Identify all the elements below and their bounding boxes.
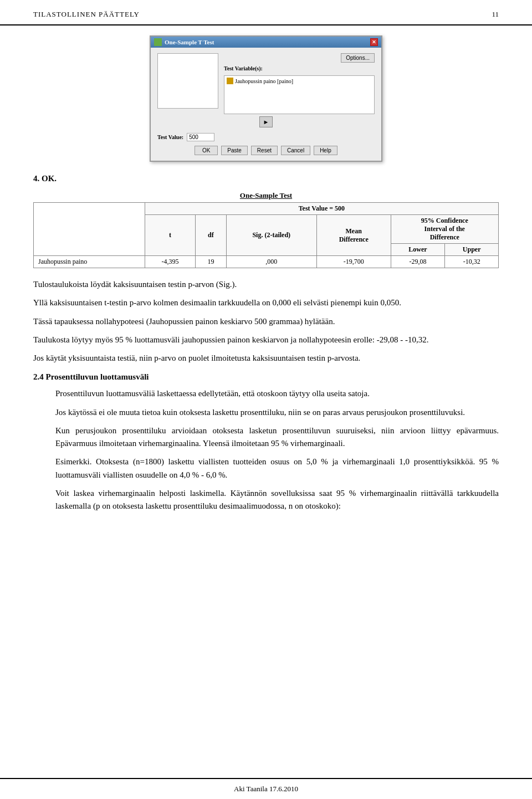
page-number: 11 — [492, 10, 499, 19]
table-row: Jauhopussin paino -4,395 19 ,000 -19,700… — [34, 256, 499, 268]
paragraph-5: Jos käytät yksisuuntaista testiä, niin p… — [33, 352, 499, 365]
paragraph-2: Yllä kaksisuuntaisen t-testin p-arvo kol… — [33, 296, 499, 309]
cell-lower: -29,08 — [391, 256, 445, 268]
cell-sig: ,000 — [226, 256, 316, 268]
col-sig: Sig. (2-tailed) — [226, 215, 316, 256]
col-confidence: 95% ConfidenceInterval of theDifference — [391, 215, 498, 244]
test-variables-listbox[interactable]: Jauhopussin paino [paino] — [224, 75, 375, 114]
col-df: df — [196, 215, 226, 256]
test-value-input[interactable] — [187, 133, 214, 141]
paragraph-9: Esimerkki. Otoksesta (n=1800) laskettu v… — [55, 455, 499, 482]
section-number: 2.4 — [33, 372, 46, 381]
reset-button[interactable]: Reset — [251, 146, 278, 155]
spss-icon — [154, 38, 162, 46]
stats-table-wrap: One-Sample Test Test Value = 500 t df Si… — [33, 191, 499, 268]
paragraph-3: Tässä tapauksessa nollahypoteesi (Jauhop… — [33, 315, 499, 328]
dialog-body: Options... Test Variable(s): Jauhopussin… — [151, 48, 381, 161]
variables-list-panel — [157, 53, 218, 109]
footer-text: Aki Taanila 17.6.2010 — [234, 785, 298, 793]
variable-label: Jauhopussin paino [paino] — [235, 78, 293, 84]
dialog-container: One-Sample T Test ✕ Options... Test Vari… — [33, 35, 499, 162]
stats-table: Test Value = 500 t df Sig. (2-tailed) Me… — [33, 202, 499, 268]
variable-item: Jauhopussin paino [paino] — [227, 77, 372, 85]
test-variables-label: Test Variable(s): — [224, 65, 375, 71]
help-button[interactable]: Help — [314, 146, 337, 155]
dialog-box: One-Sample T Test ✕ Options... Test Vari… — [150, 35, 382, 162]
cell-df: 19 — [196, 256, 226, 268]
dialog-close-button[interactable]: ✕ — [370, 38, 378, 46]
indent-section: Prosenttiluvun luottamusväliä laskettaes… — [33, 387, 499, 513]
section-title: Prosenttiluvun luottamusväli — [46, 372, 149, 381]
options-button[interactable]: Options... — [341, 53, 375, 63]
col-mean-diff: MeanDifference — [316, 215, 391, 256]
arrow-button[interactable]: ► — [259, 116, 273, 127]
header-title: TILASTOLLINEN PÄÄTTELY — [33, 10, 140, 19]
cell-t: -4,395 — [145, 256, 196, 268]
paste-button[interactable]: Paste — [221, 146, 248, 155]
col-upper: Upper — [445, 244, 499, 256]
dialog-titlebar-left: One-Sample T Test — [154, 38, 214, 46]
variable-icon — [227, 78, 233, 84]
cell-mean-diff: -19,700 — [316, 256, 391, 268]
paragraph-10: Voit laskea virhemarginaalin helposti la… — [55, 487, 499, 513]
dialog-main-row: Options... Test Variable(s): Jauhopussin… — [157, 53, 375, 114]
cell-upper: -10,32 — [445, 256, 499, 268]
ok-button[interactable]: OK — [195, 146, 218, 155]
main-content: One-Sample T Test ✕ Options... Test Vari… — [0, 35, 532, 513]
page-header: TILASTOLLINEN PÄÄTTELY 11 — [0, 0, 532, 25]
dialog-buttons: OK Paste Reset Cancel Help — [157, 146, 375, 155]
section-24-heading: 2.4 Prosenttiluvun luottamusväli — [33, 372, 499, 382]
col-lower: Lower — [391, 244, 445, 256]
cancel-button[interactable]: Cancel — [281, 146, 310, 155]
table-title: One-Sample Test — [33, 191, 499, 200]
dialog-titlebar: One-Sample T Test ✕ — [151, 37, 381, 48]
test-value-row: Test Value: — [157, 133, 375, 141]
paragraph-6: Prosenttiluvun luottamusväliä laskettaes… — [55, 387, 499, 400]
col-t: t — [145, 215, 196, 256]
test-value-label: Test Value: — [157, 134, 183, 140]
page-footer: Aki Taanila 17.6.2010 — [0, 778, 532, 799]
row-label: Jauhopussin paino — [34, 256, 145, 268]
paragraph-1: Tulostaulukoista löydät kaksisuuntaisen … — [33, 278, 499, 291]
arrow-area: ► — [157, 114, 375, 130]
section-ok-label: 4. OK. — [33, 174, 499, 183]
paragraph-4: Taulukosta löytyy myös 95 % luottamusväl… — [33, 334, 499, 346]
paragraph-8: Kun perusjoukon prosenttiluku arvioidaan… — [55, 424, 499, 450]
test-value-header: Test Value = 500 — [145, 203, 498, 215]
right-panel: Options... Test Variable(s): Jauhopussin… — [224, 53, 375, 114]
dialog-title: One-Sample T Test — [165, 39, 214, 45]
paragraph-7: Jos käytössä ei ole muuta tietoa kuin ot… — [55, 406, 499, 419]
